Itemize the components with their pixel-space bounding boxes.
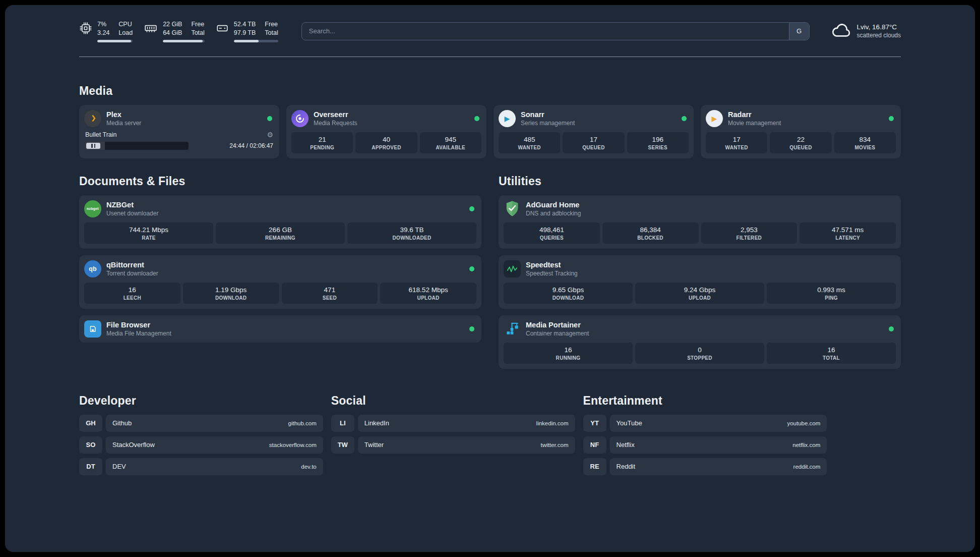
memory-free-label: Free: [191, 20, 204, 28]
bookmark-name: Reddit: [617, 463, 636, 470]
cpu-label: CPU: [118, 20, 133, 28]
service-card-portainer[interactable]: Media Portainer Container management 16R…: [499, 315, 901, 369]
bookmark-url: dev.to: [301, 464, 316, 470]
stat-tile: 86,384BLOCKED: [602, 222, 699, 244]
stat-tile: 196SERIES: [627, 132, 689, 153]
service-card-adguard[interactable]: AdGuard Home DNS and adblocking 498,461Q…: [499, 195, 901, 249]
overseerr-icon: [291, 110, 309, 127]
sonarr-icon: ▶: [499, 110, 516, 127]
service-subtitle: Media Requests: [314, 120, 469, 127]
weather-widget: Lviv, 16.87°C scattered clouds: [831, 22, 901, 41]
stat-tile: 40APPROVED: [355, 132, 417, 153]
bookmark-youtube[interactable]: YT YouTube youtube.com: [583, 415, 827, 432]
section-title-documents: Documents & Files: [79, 175, 481, 188]
bookmark-stackoverflow[interactable]: SO StackOverflow stackoverflow.com: [79, 436, 323, 454]
stat-tile: 39.6 TBDOWNLOADED: [347, 222, 476, 244]
stat-tile: 16RUNNING: [504, 343, 633, 364]
stat-tile: 9.24 GbpsUPLOAD: [635, 283, 764, 304]
cpu-percent: 7%: [97, 20, 109, 28]
search-bar: G: [301, 22, 810, 40]
service-subtitle: Movie management: [728, 120, 884, 127]
service-card-radarr[interactable]: ▶ Radarr Movie management 17WANTED 22QUE…: [701, 105, 901, 158]
nzbget-icon: nzbget: [84, 200, 101, 217]
service-subtitle: Usenet downloader: [106, 210, 464, 217]
memory-total: 64 GiB: [163, 29, 182, 37]
bookmark-group-entertainment: Entertainment YT YouTube youtube.com NF …: [583, 394, 827, 480]
gear-icon[interactable]: ⚙: [267, 131, 273, 139]
section-utilities: Utilities: [499, 175, 901, 369]
service-name: Overseerr: [314, 110, 469, 119]
memory-widget: 22 GiB Free 64 GiB Total: [144, 20, 205, 42]
service-name: Sonarr: [521, 110, 677, 119]
memory-total-label: Total: [191, 29, 204, 37]
bookmark-group-social: Social LI LinkedIn linkedin.com TW Twitt…: [331, 394, 575, 458]
bookmark-reddit[interactable]: RE Reddit reddit.com: [583, 458, 827, 475]
bookmark-url: stackoverflow.com: [269, 442, 317, 448]
disk-free: 52.4 TB: [234, 20, 256, 28]
bookmark-group-title: Social: [331, 394, 575, 408]
section-title-utilities: Utilities: [499, 175, 901, 188]
bookmark-dev[interactable]: DT DEV dev.to: [79, 458, 323, 475]
service-name: NZBGet: [106, 201, 464, 209]
speedtest-icon: [504, 260, 521, 277]
memory-icon: [144, 20, 158, 35]
service-card-filebrowser[interactable]: File Browser Media File Management: [79, 315, 481, 343]
bookmark-abbr: SO: [79, 436, 102, 454]
bookmark-github[interactable]: GH Github github.com: [79, 415, 323, 432]
bookmark-abbr: DT: [79, 458, 102, 475]
stat-tile: 485WANTED: [499, 132, 560, 153]
search-input[interactable]: [302, 23, 789, 40]
topbar-divider: [79, 57, 901, 57]
service-name: Plex: [106, 110, 262, 119]
bookmark-name: Netflix: [617, 441, 635, 449]
bookmark-group-developer: Developer GH Github github.com SO StackO…: [79, 394, 323, 480]
bookmark-url: reddit.com: [793, 464, 821, 470]
bookmark-abbr: TW: [331, 436, 354, 454]
stat-tile: 0.993 msPING: [767, 283, 896, 304]
disk-progress-bar: [234, 40, 278, 42]
service-card-plex[interactable]: Plex Media server Bullet Train ⚙: [79, 105, 279, 158]
service-subtitle: Speedtest Tracking: [526, 270, 896, 277]
cpu-load-label: Load: [118, 29, 133, 37]
stat-tile: 16TOTAL: [767, 343, 896, 364]
memory-progress-bar: [163, 40, 205, 42]
service-subtitle: Media File Management: [106, 330, 464, 337]
playback-time: 24:44 / 02:06:47: [229, 142, 273, 149]
playback-progress-bar: [85, 142, 189, 150]
service-card-overseerr[interactable]: Overseerr Media Requests 21PENDING 40APP…: [286, 105, 486, 158]
now-playing-title: Bullet Train: [85, 131, 117, 138]
bookmark-twitter[interactable]: TW Twitter twitter.com: [331, 436, 575, 454]
section-media: Media Plex Media server: [79, 84, 901, 158]
bookmark-name: StackOverflow: [112, 441, 155, 449]
disk-icon: [216, 20, 229, 35]
topbar: 7% CPU 3.24 Load: [79, 20, 901, 42]
service-card-qbittorrent[interactable]: qb qBittorrent Torrent downloader 16LEEC…: [79, 255, 481, 309]
service-subtitle: Container management: [526, 330, 884, 337]
radarr-icon: ▶: [706, 110, 723, 127]
stat-tile: 9.65 GbpsDOWNLOAD: [504, 283, 633, 304]
cpu-icon: [79, 20, 92, 35]
pause-button[interactable]: [86, 143, 100, 149]
search-provider-button[interactable]: G: [789, 23, 809, 40]
cpu-widget: 7% CPU 3.24 Load: [79, 20, 133, 42]
service-subtitle: Media server: [106, 120, 262, 127]
stat-tile: 17QUEUED: [563, 132, 624, 153]
service-name: Radarr: [728, 110, 884, 119]
stat-tile: 21PENDING: [291, 132, 353, 153]
service-card-nzbget[interactable]: nzbget NZBGet Usenet downloader 744.21 M…: [79, 195, 481, 249]
adguard-icon: [504, 200, 521, 217]
stat-tile: 266 GBREMAINING: [216, 222, 345, 244]
stat-tile: 22QUEUED: [770, 132, 831, 153]
service-card-speedtest[interactable]: Speedtest Speedtest Tracking 9.65 GbpsDO…: [499, 255, 901, 309]
bookmark-url: linkedin.com: [536, 420, 569, 426]
bookmark-netflix[interactable]: NF Netflix netflix.com: [583, 436, 827, 454]
stat-tile: 16LEECH: [84, 283, 180, 304]
bookmark-linkedin[interactable]: LI LinkedIn linkedin.com: [331, 415, 575, 432]
qbittorrent-icon: qb: [84, 260, 101, 277]
service-subtitle: DNS and adblocking: [526, 210, 896, 217]
service-card-sonarr[interactable]: ▶ Sonarr Series management 485WANTED 17Q…: [494, 105, 694, 158]
service-name: Media Portainer: [526, 321, 884, 329]
disk-total: 97.9 TB: [234, 29, 256, 37]
stat-tile: 47.571 msLATENCY: [800, 222, 896, 244]
bookmark-abbr: YT: [583, 415, 606, 432]
